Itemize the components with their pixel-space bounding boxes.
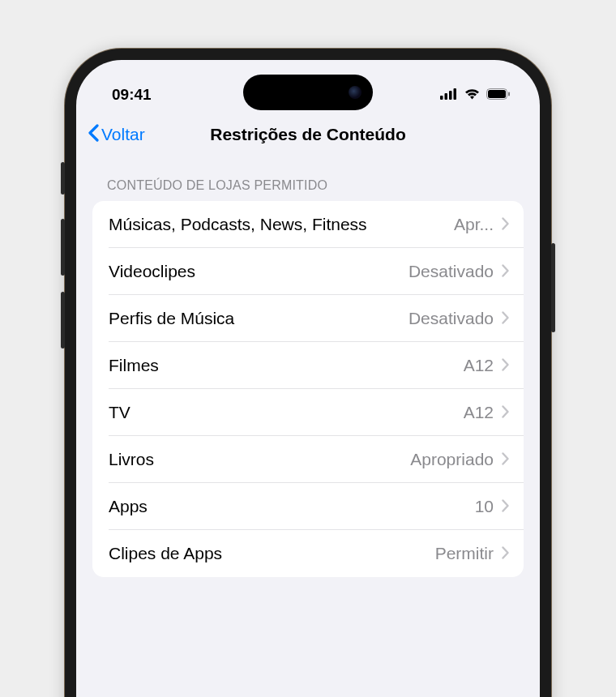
front-camera [349,86,361,99]
row-livros[interactable]: Livros Apropriado [92,436,524,483]
battery-icon [486,86,511,104]
row-label: Videoclipes [109,262,409,281]
page-title: Restrições de Conteúdo [76,125,540,144]
row-apps[interactable]: Apps 10 [92,483,524,530]
row-label: Apps [109,497,475,516]
row-value: Desativado [409,309,494,328]
cellular-icon [440,86,458,104]
row-value: Desativado [409,262,494,281]
chevron-right-icon [502,356,509,375]
dynamic-island [243,75,373,110]
phone-screen: 09:41 Voltar Restrições de Cont [76,60,540,697]
row-value: 10 [475,497,494,516]
svg-rect-1 [445,93,448,100]
row-value: Apropriado [410,450,494,469]
row-label: Livros [109,450,410,469]
chevron-right-icon [502,403,509,422]
svg-rect-5 [488,90,506,98]
row-value: Apr... [454,215,494,234]
wifi-icon [464,86,481,104]
svg-rect-3 [454,88,457,100]
row-value: Permitir [435,544,494,563]
row-value: A12 [464,356,494,375]
row-label: Perfis de Música [109,309,409,328]
chevron-right-icon [502,497,509,516]
row-label: Clipes de Apps [109,544,435,563]
chevron-left-icon [88,124,99,146]
nav-bar: Voltar Restrições de Conteúdo [76,112,540,157]
row-perfis-de-musica[interactable]: Perfis de Música Desativado [92,295,524,342]
row-filmes[interactable]: Filmes A12 [92,342,524,389]
power-button [551,243,555,332]
back-label: Voltar [101,125,145,144]
chevron-right-icon [502,309,509,328]
svg-rect-2 [449,91,452,100]
section-header: CONTEÚDO DE LOJAS PERMITIDO [92,178,524,201]
svg-rect-6 [508,92,510,96]
row-label: Filmes [109,356,464,375]
phone-frame: 09:41 Voltar Restrições de Cont [65,49,551,697]
chevron-right-icon [502,450,509,469]
settings-list: Músicas, Podcasts, News, Fitness Apr... … [92,201,524,577]
chevron-right-icon [502,544,509,563]
row-label: Músicas, Podcasts, News, Fitness [109,215,454,234]
back-button[interactable]: Voltar [88,124,145,146]
chevron-right-icon [502,262,509,281]
status-icons [440,86,511,104]
row-tv[interactable]: TV A12 [92,389,524,436]
row-videoclipes[interactable]: Videoclipes Desativado [92,248,524,295]
status-time: 09:41 [112,86,152,104]
volume-up-button [61,219,65,276]
row-clipes-de-apps[interactable]: Clipes de Apps Permitir [92,530,524,577]
svg-rect-0 [440,96,443,100]
mute-switch [61,162,65,195]
row-music-podcasts-news-fitness[interactable]: Músicas, Podcasts, News, Fitness Apr... [92,201,524,248]
volume-down-button [61,292,65,348]
row-label: TV [109,403,464,422]
chevron-right-icon [502,215,509,234]
row-value: A12 [464,403,494,422]
content: CONTEÚDO DE LOJAS PERMITIDO Músicas, Pod… [76,157,540,577]
